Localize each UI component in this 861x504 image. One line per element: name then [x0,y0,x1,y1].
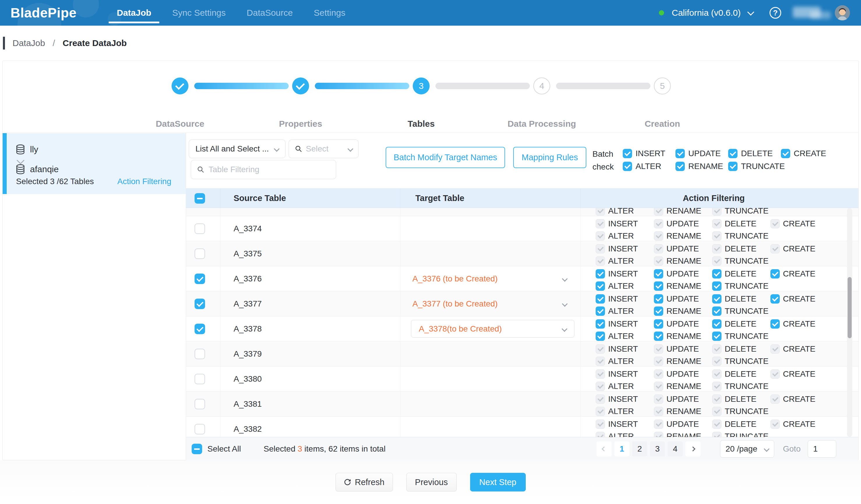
page-title: Create DataJob [63,38,127,48]
action-filtering-link[interactable]: Action Filtering [118,177,171,186]
checkbox-disabled-icon [596,231,605,241]
nav-item-datasource[interactable]: DataSource [236,0,303,26]
batch-checkbox-delete[interactable]: DELETE [728,149,773,158]
brand-logo[interactable]: BladePipe [0,0,106,26]
action-checkbox-update[interactable]: UPDATE [654,269,699,278]
checkbox-checked-icon[interactable] [712,331,722,341]
page-button-3[interactable]: 3 [650,441,665,457]
action-checkbox-delete[interactable]: DELETE [712,269,756,278]
action-checkbox-create[interactable]: CREATE [770,294,816,303]
breadcrumb-parent[interactable]: DataJob [13,38,45,48]
checkbox-checked-icon[interactable] [654,331,663,341]
checkbox-checked-icon[interactable] [654,307,663,316]
action-label: ALTER [608,208,634,216]
checkbox-checked-icon[interactable] [712,294,722,303]
action-checkbox-truncate[interactable]: TRUNCATE [712,331,768,341]
table-scrollbar[interactable] [847,208,852,437]
column-select[interactable]: Select [289,139,358,158]
table-filter-input[interactable] [208,165,330,174]
checkbox-checked-icon[interactable] [770,319,780,329]
action-checkbox-delete: DELETE [712,394,756,404]
environment-selector[interactable]: California (v0.6.0) [672,8,741,18]
checkbox-checked-icon[interactable] [596,319,605,329]
column-header-target-table[interactable]: Target Table [415,193,464,203]
checkbox-checked-icon[interactable] [654,319,663,329]
checkbox-checked-icon[interactable] [712,319,722,329]
action-label: TRUNCATE [725,231,768,241]
help-icon[interactable]: ? [769,7,781,19]
checkbox-checked-icon[interactable] [712,282,722,291]
select-all-checkbox-indeterminate[interactable] [194,193,205,204]
step-number: 5 [654,78,671,94]
column-header-source-table[interactable]: Source Table [234,193,286,203]
action-checkbox-delete[interactable]: DELETE [712,319,756,329]
batch-checkbox-create[interactable]: CREATE [781,149,826,158]
batch-checkbox-update[interactable]: UPDATE [675,149,721,158]
action-checkbox-rename[interactable]: RENAME [654,331,701,341]
checkbox-disabled-icon [654,244,663,254]
action-filtering-cell: INSERTUPDATEDELETECREATEALTERRENAMETRUNC… [186,417,858,437]
checkbox-checked-icon[interactable] [654,269,663,278]
step-creation: 5Creation [654,78,671,94]
column-header-action-filtering[interactable]: Action Filtering [580,193,847,203]
goto-page-input[interactable] [808,440,836,458]
action-checkbox-rename[interactable]: RENAME [654,282,701,291]
action-checkbox-rename: RENAME [654,256,701,266]
batch-checkbox-alter[interactable]: ALTER [623,162,661,171]
action-filtering-cell: INSERTUPDATEDELETECREATEALTERRENAMETRUNC… [186,367,858,391]
previous-button[interactable]: Previous [406,473,457,491]
checkbox-checked-icon[interactable] [712,269,722,278]
refresh-button[interactable]: Refresh [336,473,393,491]
chevron-down-icon[interactable] [747,9,754,15]
next-page-button[interactable] [685,441,700,457]
batch-checkbox-truncate[interactable]: TRUNCATE [728,162,785,171]
previous-page-button[interactable] [597,441,612,457]
checkbox-checked-icon[interactable] [596,269,605,278]
checkbox-checked-icon[interactable] [596,307,605,316]
checkbox-checked-icon[interactable] [770,294,780,303]
action-checkbox-create[interactable]: CREATE [770,269,816,278]
action-checkbox-update[interactable]: UPDATE [654,294,699,303]
avatar[interactable] [835,5,850,21]
checkbox-checked-icon[interactable] [712,307,722,316]
table-row: A_3376 A_3376 (to be Created) INSERTUPDA… [186,266,858,291]
action-checkbox-alter[interactable]: ALTER [596,282,634,291]
action-checkbox-alter[interactable]: ALTER [596,307,634,316]
page-button-2[interactable]: 2 [632,441,647,457]
checkbox-checked-icon[interactable] [596,294,605,303]
nav-item-datajob[interactable]: DataJob [106,0,162,26]
mapping-rules-button[interactable]: Mapping Rules [513,147,586,168]
nav-item-sync-settings[interactable]: Sync Settings [162,0,236,26]
checkbox-checked-icon[interactable] [596,331,605,341]
nav-menu: DataJobSync SettingsDataSourceSettings [106,0,356,26]
batch-modify-target-names-button[interactable]: Batch Modify Target Names [386,147,505,168]
action-checkbox-create[interactable]: CREATE [770,319,816,329]
scrollbar-thumb[interactable] [848,277,852,338]
page-size-value: 20 /page [726,444,757,454]
action-checkbox-delete[interactable]: DELETE [712,294,756,303]
page-button-1[interactable]: 1 [614,441,629,457]
batch-checkbox-insert[interactable]: INSERT [623,149,665,158]
checkbox-checked-icon[interactable] [654,294,663,303]
action-checkbox-rename[interactable]: RENAME [654,307,701,316]
action-checkbox-update[interactable]: UPDATE [654,319,699,329]
action-checkbox-truncate[interactable]: TRUNCATE [712,307,768,316]
datasource-pair-panel[interactable]: lly afanqie Selected 3 /62 Tables Action… [3,133,186,194]
checkbox-checked-icon[interactable] [654,282,663,291]
nav-item-settings[interactable]: Settings [303,0,356,26]
next-step-button[interactable]: Next Step [470,473,526,491]
checkbox-checked-icon[interactable] [770,269,780,278]
action-checkbox-insert[interactable]: INSERT [596,294,638,303]
action-checkbox-insert[interactable]: INSERT [596,319,638,329]
batch-checkbox-rename[interactable]: RENAME [675,162,723,171]
list-mode-select[interactable]: List All and Select ... [189,139,285,158]
page-button-4[interactable]: 4 [668,441,683,457]
select-all-label[interactable]: Select All [207,444,241,454]
checkbox-checked-icon[interactable] [596,282,605,291]
select-all-checkbox-indeterminate[interactable] [192,444,202,454]
action-checkbox-alter[interactable]: ALTER [596,331,634,341]
action-checkbox-truncate[interactable]: TRUNCATE [712,282,768,291]
action-checkbox-insert[interactable]: INSERT [596,269,638,278]
action-label: CREATE [783,244,816,254]
page-size-select[interactable]: 20 /page [720,440,774,458]
